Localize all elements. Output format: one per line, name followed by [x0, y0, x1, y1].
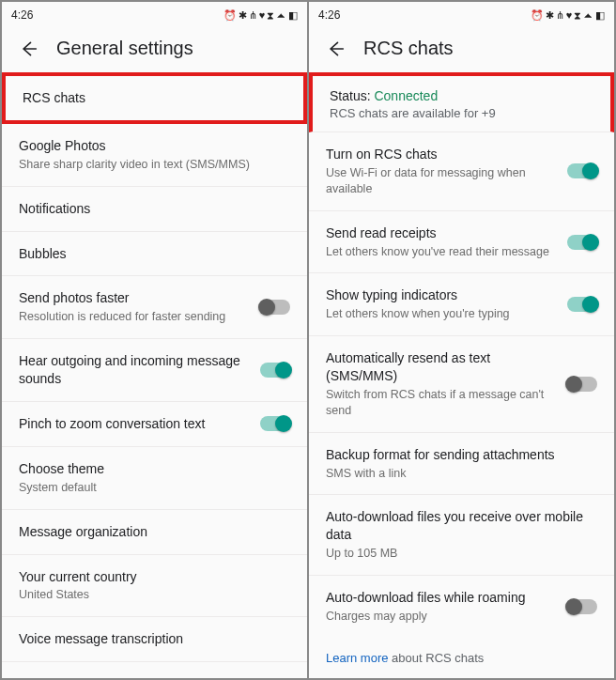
- settings-item[interactable]: Bubbles: [2, 232, 307, 277]
- settings-item-subtitle: Let others know you've read their messag…: [326, 244, 558, 260]
- learn-more-rest: about RCS chats: [388, 651, 484, 665]
- settings-item-subtitle: System default: [19, 480, 281, 496]
- settings-item[interactable]: Automatically resend as text (SMS/MMS)Sw…: [309, 336, 614, 433]
- toggle-knob: [582, 162, 599, 179]
- toggle-knob: [275, 362, 292, 379]
- status-icons: ⏰ ✱ ⋔ ♥ ⧗ ⏶ ◧: [223, 9, 298, 22]
- back-arrow-icon[interactable]: [326, 39, 345, 58]
- settings-item[interactable]: Google PhotosShare sharp clarity video i…: [2, 124, 307, 187]
- settings-item[interactable]: Send read receiptsLet others know you've…: [309, 211, 614, 274]
- settings-item-title: Suggestions: [19, 675, 281, 678]
- settings-item-title: Send photos faster: [19, 289, 251, 307]
- settings-item-title: Backup format for sending attachments: [326, 446, 588, 464]
- settings-item-text: Show typing indicatorsLet others know wh…: [326, 286, 567, 322]
- settings-item-subtitle: Resolution is reduced for faster sending: [19, 309, 251, 325]
- settings-item-text: Auto-download files while roamingCharges…: [326, 589, 567, 625]
- settings-list: Status: Connected RCS chats are availabl…: [309, 72, 614, 678]
- settings-item-title: Show typing indicators: [326, 286, 558, 304]
- general-settings-screen: 4:26 ⏰ ✱ ⋔ ♥ ⧗ ⏶ ◧ General settings RCS …: [2, 2, 307, 678]
- back-arrow-icon[interactable]: [19, 39, 38, 58]
- settings-item-subtitle: Charges may apply: [326, 609, 558, 625]
- toggle-knob: [258, 299, 275, 316]
- page-title: General settings: [56, 38, 193, 59]
- learn-more-line: Learn more about RCS chats: [309, 638, 614, 678]
- settings-item-text: Backup format for sending attachmentsSMS…: [326, 446, 597, 482]
- learn-more-link[interactable]: Learn more: [326, 651, 388, 665]
- status-icons: ⏰ ✱ ⋔ ♥ ⧗ ⏶ ◧: [531, 9, 605, 22]
- rcs-chats-screen: 4:26 ⏰ ✱ ⋔ ♥ ⧗ ⏶ ◧ RCS chats Status: Con…: [309, 2, 614, 678]
- settings-item[interactable]: Auto-download files you receive over mob…: [309, 495, 614, 576]
- settings-item-text: Notifications: [19, 200, 290, 218]
- settings-item-title: Message organization: [19, 523, 281, 541]
- settings-item[interactable]: Send photos fasterResolution is reduced …: [2, 276, 307, 339]
- settings-item-title: Send read receipts: [326, 224, 558, 242]
- title-bar: RCS chats: [309, 28, 614, 72]
- settings-item-title: Turn on RCS chats: [326, 146, 558, 163]
- settings-list: RCS chatsGoogle PhotosShare sharp clarit…: [2, 72, 307, 678]
- status-subtext: RCS chats are available for +9: [330, 106, 593, 120]
- settings-item-text: Bubbles: [19, 245, 290, 263]
- settings-item-subtitle: Let others know when you're typing: [326, 306, 558, 322]
- settings-item[interactable]: Show typing indicatorsLet others know wh…: [309, 273, 614, 336]
- toggle-switch[interactable]: [260, 363, 290, 378]
- settings-item[interactable]: Turn on RCS chatsUse Wi-Fi or data for m…: [309, 132, 614, 211]
- settings-item[interactable]: Message organization: [2, 510, 307, 555]
- toggle-knob: [565, 376, 582, 393]
- page-title: RCS chats: [363, 38, 454, 59]
- settings-item-text: Message organization: [19, 523, 290, 541]
- rcs-status-section: Status: Connected RCS chats are availabl…: [309, 72, 614, 132]
- status-time: 4:26: [318, 8, 340, 22]
- toggle-knob: [275, 415, 292, 432]
- status-time: 4:26: [11, 8, 33, 22]
- settings-item-text: Voice message transcription: [19, 630, 290, 648]
- settings-item-title: Hear outgoing and incoming message sound…: [19, 352, 251, 388]
- settings-item-title: Your current country: [19, 568, 281, 586]
- toggle-switch[interactable]: [567, 599, 597, 614]
- settings-item-text: Google PhotosShare sharp clarity video i…: [19, 137, 290, 173]
- settings-item-text: Send photos fasterResolution is reduced …: [19, 289, 260, 325]
- settings-item-text: Automatically resend as text (SMS/MMS)Sw…: [326, 349, 567, 419]
- settings-item-text: Send read receiptsLet others know you've…: [326, 224, 567, 260]
- settings-item-text: Your current countryUnited States: [19, 568, 290, 604]
- toggle-switch[interactable]: [567, 297, 597, 312]
- settings-item[interactable]: Auto-download files while roamingCharges…: [309, 576, 614, 638]
- settings-item[interactable]: Your current countryUnited States: [2, 555, 307, 618]
- settings-item[interactable]: Voice message transcription: [2, 617, 307, 662]
- settings-item-subtitle: SMS with a link: [326, 466, 588, 482]
- toggle-knob: [565, 598, 582, 615]
- settings-item-subtitle: Up to 105 MB: [326, 546, 588, 562]
- settings-item[interactable]: Hear outgoing and incoming message sound…: [2, 339, 307, 402]
- settings-item-title: Choose theme: [19, 460, 281, 478]
- settings-item-title: Voice message transcription: [19, 630, 281, 648]
- toggle-switch[interactable]: [260, 416, 290, 431]
- toggle-switch[interactable]: [567, 235, 597, 250]
- settings-item[interactable]: Backup format for sending attachmentsSMS…: [309, 433, 614, 496]
- settings-item-text: Turn on RCS chatsUse Wi-Fi or data for m…: [326, 146, 567, 197]
- settings-item-title: Auto-download files you receive over mob…: [326, 508, 588, 544]
- settings-item[interactable]: RCS chats: [2, 72, 307, 124]
- settings-item-subtitle: Use Wi-Fi or data for messaging when ava…: [326, 165, 558, 197]
- settings-item-text: SuggestionsSmart Reply, suggested action…: [19, 675, 290, 678]
- settings-item[interactable]: Notifications: [2, 187, 307, 232]
- settings-item[interactable]: Pinch to zoom conversation text: [2, 402, 307, 447]
- status-label: Status:: [330, 88, 374, 103]
- settings-item-title: Automatically resend as text (SMS/MMS): [326, 349, 558, 385]
- settings-item-title: Auto-download files while roaming: [326, 589, 558, 607]
- settings-item-text: Choose themeSystem default: [19, 460, 290, 496]
- settings-item[interactable]: SuggestionsSmart Reply, suggested action…: [2, 662, 307, 678]
- rcs-items: Turn on RCS chatsUse Wi-Fi or data for m…: [309, 132, 614, 638]
- toggle-switch[interactable]: [260, 300, 290, 315]
- settings-item[interactable]: Choose themeSystem default: [2, 447, 307, 510]
- title-bar: General settings: [2, 28, 307, 72]
- toggle-knob: [582, 296, 599, 313]
- settings-item-title: RCS chats: [23, 89, 277, 107]
- toggle-knob: [582, 234, 599, 251]
- toggle-switch[interactable]: [567, 163, 597, 178]
- settings-item-title: Google Photos: [19, 137, 281, 155]
- settings-item-text: Auto-download files you receive over mob…: [326, 508, 597, 562]
- settings-item-subtitle: United States: [19, 587, 281, 603]
- status-value: Connected: [374, 88, 438, 103]
- settings-item-subtitle: Share sharp clarity video in text (SMS/M…: [19, 157, 281, 173]
- settings-item-text: Pinch to zoom conversation text: [19, 415, 260, 433]
- toggle-switch[interactable]: [567, 377, 597, 392]
